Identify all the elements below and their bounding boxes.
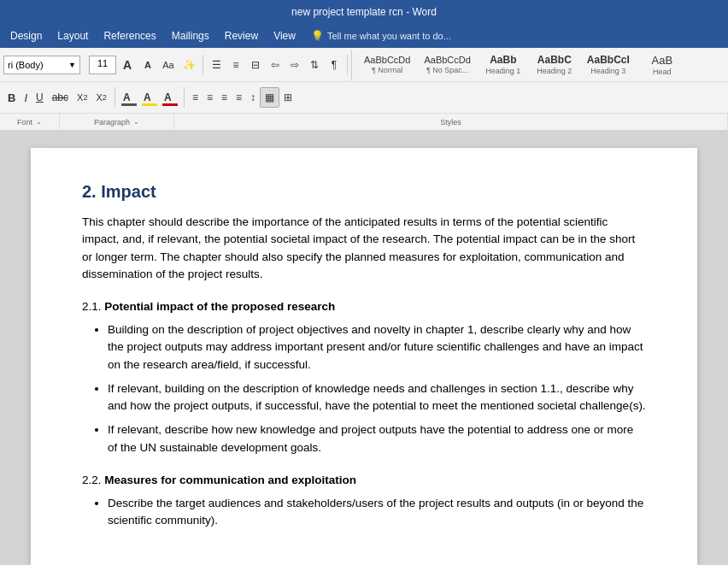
underline-btn[interactable]: U [32,87,48,108]
subscript-btn[interactable]: X2 [73,87,91,108]
menu-references[interactable]: References [97,26,162,45]
menu-bar: Design Layout References Mailings Review… [0,24,728,48]
font-size-box[interactable]: 11 [89,56,116,74]
styles-section: AaBbCcDd ¶ Normal AaBbCcDd ¶ No Spac... … [351,50,725,80]
style-heading2[interactable]: AaBbC Heading 2 [529,50,580,80]
separator3 [114,87,115,108]
style-heading3-preview: AaBbCcI [587,54,630,66]
style-head-preview: AaB [652,54,673,67]
section-2-2-heading: 2.2. Measures for communication and expl… [82,474,646,486]
italic-btn[interactable]: I [20,87,32,108]
style-no-spacing-preview: AaBbCcDd [424,55,470,65]
font-label-group: Font ⌄ [0,114,60,131]
separator1 [203,55,203,75]
font-expand-icon[interactable]: ⌄ [36,118,42,126]
styles-label-group: Styles [174,114,728,131]
font-color-btn[interactable]: A [160,87,180,108]
ribbon: ri (Body) ▼ 11 A A Aa ✨ ☰ ≡ ⊟ ⇦ ⇨ ⇅ ¶ [0,48,728,131]
style-no-spacing[interactable]: AaBbCcDd ¶ No Spac... [417,50,477,80]
shading-btn[interactable]: ▦ [260,87,279,108]
styles-label: Styles [440,118,461,127]
ribbon-row1: ri (Body) ▼ 11 A A Aa ✨ ☰ ≡ ⊟ ⇦ ⇨ ⇅ ¶ [0,48,728,82]
tell-me-box[interactable]: 💡 Tell me what you want to do... [311,30,451,42]
menu-design[interactable]: Design [3,26,49,45]
section-2-1-list: Building on the description of project o… [108,321,646,456]
align-right-btn[interactable]: ≡ [217,87,232,108]
list-item: If relevant, describe how new knowledge … [108,421,646,456]
style-heading3-label: Heading 3 [590,67,625,75]
style-heading1-preview: AaBb [490,54,516,66]
section-2-2-list: Describe the target audiences and stakeh… [108,495,646,530]
align-center-btn[interactable]: ≡ [203,87,217,108]
font-label: Font [17,118,32,127]
section-2-1-heading: 2.1. Potential impact of the proposed re… [82,300,646,313]
style-head[interactable]: AaB Head [637,50,688,80]
section-2-1-title: Potential impact of the proposed researc… [104,300,335,313]
menu-mailings[interactable]: Mailings [165,26,216,45]
separator4 [184,87,185,108]
section-2-1-number: 2.1. [82,300,102,313]
increase-indent-btn[interactable]: ⇨ [285,56,304,74]
list-btn-group: ☰ ≡ ⊟ ⇦ ⇨ ⇅ ¶ [207,56,343,74]
section-2-2-title: Measures for communication and exploitat… [104,474,356,486]
clear-format-btn[interactable]: ✨ [179,56,199,74]
highlight-color-btn[interactable]: A [139,87,160,108]
font-color-underline [162,103,178,106]
font-family-box[interactable]: ri (Body) ▼ [3,56,80,74]
paragraph-expand-icon[interactable]: ⌄ [133,118,139,126]
sort-btn[interactable]: ⇅ [305,56,324,74]
style-heading3[interactable]: AaBbCcI Heading 3 [580,50,637,80]
style-heading2-preview: AaBbC [537,54,572,66]
menu-layout[interactable]: Layout [50,26,95,45]
font-group: ri (Body) ▼ 11 A A Aa ✨ [3,56,199,74]
style-heading2-label: Heading 2 [537,67,572,75]
menu-view[interactable]: View [267,26,302,45]
lightbulb-icon: 💡 [311,30,324,42]
section-2-2-number: 2.2. [82,474,102,486]
bold-btn[interactable]: B [3,87,20,108]
highlight-underline [142,103,157,106]
ribbon-labels: Font ⌄ Paragraph ⌄ Styles [0,113,728,130]
list-item: Describe the target audiences and stakeh… [108,495,646,530]
style-head-label: Head [653,68,672,76]
justify-btn[interactable]: ≡ [232,87,246,108]
title-bar-text: new project template rcn - Word [291,6,437,18]
font-grow-btn[interactable]: A [118,56,137,74]
separator2 [347,55,348,75]
style-normal-label: ¶ Normal [372,66,402,74]
decrease-indent-btn[interactable]: ⇦ [266,56,285,74]
numbered-list-btn[interactable]: ≡ [226,56,245,74]
align-left-btn[interactable]: ≡ [188,87,203,108]
tell-me-text: Tell me what you want to do... [327,31,451,41]
superscript-btn[interactable]: X2 [91,87,110,108]
show-marks-btn[interactable]: ¶ [325,56,343,74]
style-heading1-label: Heading 1 [485,67,520,75]
line-spacing-btn[interactable]: ↕ [246,87,260,108]
strikethrough-btn[interactable]: abc [48,87,73,108]
font-family-dropdown-icon[interactable]: ▼ [68,61,76,69]
page: 2. Impact This chapter should describe t… [31,148,697,565]
font-family-text: ri (Body) [8,60,44,70]
bullets-btn[interactable]: ☰ [207,56,226,74]
menu-review[interactable]: Review [218,26,265,45]
font-shrink-btn[interactable]: A [138,56,157,74]
chapter-heading: 2. Impact [82,182,646,202]
text-case-btn[interactable]: A [119,87,139,108]
paragraph-label-group: Paragraph ⌄ [60,114,174,131]
paragraph-label: Paragraph [94,118,130,127]
list-item: Building on the description of project o… [108,321,646,374]
font-size-text: 11 [97,58,108,68]
font-case-btn[interactable]: Aa [159,56,178,74]
style-normal[interactable]: AaBbCcDd ¶ Normal [357,50,417,80]
borders-btn[interactable]: ⊞ [279,87,296,108]
style-no-spacing-label: ¶ No Spac... [426,66,468,74]
ribbon-row2: B I U abc X2 X2 A A A ≡ ≡ ≡ ≡ ↕ ▦ ⊞ [0,82,728,113]
document-area: 2. Impact This chapter should describe t… [0,131,728,565]
text-case-underline [121,103,137,106]
title-bar: new project template rcn - Word [0,0,728,24]
style-normal-preview: AaBbCcDd [364,55,410,65]
multilevel-list-btn[interactable]: ⊟ [246,56,265,74]
style-heading1[interactable]: AaBb Heading 1 [478,50,529,80]
intro-paragraph: This chapter should describe the importa… [82,214,646,283]
list-item: If relevant, building on the description… [108,380,646,415]
